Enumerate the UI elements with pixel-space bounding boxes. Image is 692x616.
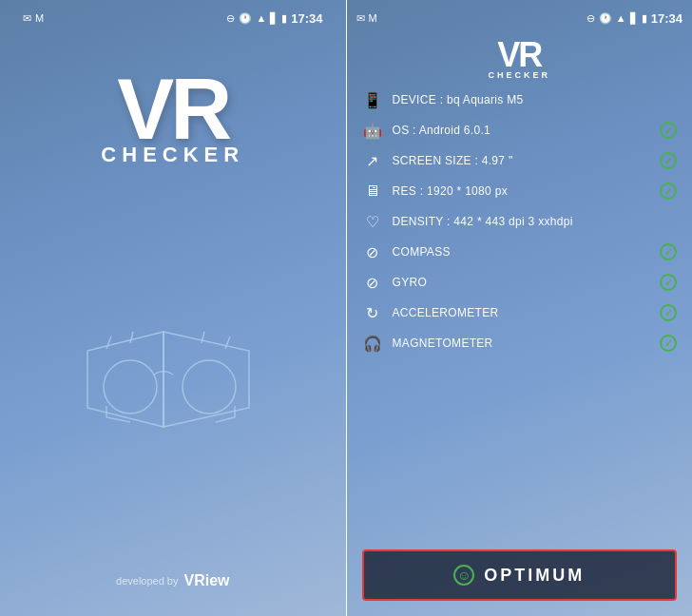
compass-text: COMPASS [393, 245, 650, 259]
clock-icon-left: 🕐 [239, 12, 252, 25]
msg-icon-right: ✉ [356, 12, 365, 25]
wifi-icon-left: ▲ [256, 12, 266, 24]
left-panel: ✉ M ⊖ 🕐 ▲ ▋ ▮ 17:34 VR CHECKER [0, 0, 346, 616]
vr-title-left: VR [117, 67, 228, 152]
status-time-right: 17:34 [651, 11, 682, 26]
developed-by-text: developed by [116, 575, 178, 587]
os-check-icon [660, 122, 677, 139]
os-icon: 🤖 [362, 120, 383, 141]
gmail-icon-right: M [369, 12, 377, 24]
vr-title-right: VR [497, 38, 541, 72]
svg-point-0 [104, 360, 157, 414]
spec-row-gyro: ⊘GYRO [362, 272, 677, 293]
spec-row-compass: ⊘COMPASS [362, 241, 677, 262]
optimum-label: OPTIMUM [484, 566, 585, 586]
gyro-check-icon [660, 274, 677, 291]
spec-row-res: 🖥RES : 1920 * 1080 px [362, 181, 677, 202]
vr-logo-right: VR CHECKER [347, 29, 692, 84]
status-icons-left: ✉ M [23, 12, 44, 25]
compass-icon: ⊘ [362, 241, 383, 262]
accelerometer-icon: ↻ [362, 302, 383, 323]
status-bar-right: ✉ M ⊖ 🕐 ▲ ▋ ▮ 17:34 [347, 0, 692, 29]
status-bar-left: ✉ M ⊖ 🕐 ▲ ▋ ▮ 17:34 [19, 0, 327, 29]
status-system-icons-left: ⊖ 🕐 ▲ ▋ ▮ 17:34 [226, 11, 322, 26]
specs-list: 📱DEVICE : bq Aquaris M5🤖OS : Android 6.0… [347, 84, 692, 538]
vriew-logo: VRiew [183, 572, 229, 589]
device-text: DEVICE : bq Aquaris M5 [393, 93, 677, 106]
os-text: OS : Android 6.0.1 [393, 124, 650, 137]
svg-line-3 [130, 332, 133, 343]
spec-row-device: 📱DEVICE : bq Aquaris M5 [362, 89, 677, 110]
wifi-icon-right: ▲ [616, 12, 626, 24]
checker-label-left: CHECKER [101, 143, 244, 167]
screen-text: SCREEN SIZE : 4.97 " [393, 154, 650, 167]
gyro-icon: ⊘ [362, 272, 383, 293]
svg-point-1 [183, 360, 236, 414]
screen-icon: ↗ [362, 150, 383, 171]
vr-logo-left: VR CHECKER [101, 67, 244, 167]
battery-icon-left: ▮ [281, 12, 287, 25]
spec-row-screen: ↗SCREEN SIZE : 4.97 " [362, 150, 677, 171]
density-text: DENSITY : 442 * 443 dpi 3 xxhdpi [393, 215, 677, 228]
right-panel: ✉ M ⊖ 🕐 ▲ ▋ ▮ 17:34 VR CHECKER 📱DEVICE :… [347, 0, 692, 616]
accelerometer-check-icon [660, 304, 677, 321]
res-check-icon [660, 183, 677, 200]
spec-row-os: 🤖OS : Android 6.0.1 [362, 120, 677, 141]
status-icons-right-left: ✉ M [356, 12, 377, 25]
msg-icon-left: ✉ [23, 12, 31, 25]
clock-icon-right: 🕐 [599, 12, 612, 25]
signal-icon-left: ▋ [270, 12, 278, 25]
status-system-icons-right: ⊖ 🕐 ▲ ▋ ▮ 17:34 [586, 11, 682, 26]
compass-check-icon [660, 243, 677, 260]
spec-row-density: ♡DENSITY : 442 * 443 dpi 3 xxhdpi [362, 211, 677, 232]
res-icon: 🖥 [362, 181, 383, 202]
density-icon: ♡ [362, 211, 383, 232]
screen-check-icon [660, 152, 677, 169]
res-text: RES : 1920 * 1080 px [393, 184, 650, 198]
accelerometer-text: ACCELEROMETER [393, 306, 650, 319]
developed-by: developed by VRiew [116, 572, 229, 589]
device-icon: 📱 [362, 89, 383, 110]
status-time-left: 17:34 [291, 11, 322, 26]
magnetometer-check-icon [660, 335, 677, 352]
cardboard-container [68, 186, 278, 572]
optimum-button-container: ☺ OPTIMUM [347, 538, 692, 616]
cardboard-svg [68, 303, 278, 455]
gyro-text: GYRO [393, 276, 650, 289]
magnetometer-icon: 🎧 [362, 333, 383, 354]
spec-row-magnetometer: 🎧MAGNETOMETER [362, 333, 677, 354]
optimum-smile-icon: ☺ [453, 565, 474, 586]
svg-line-2 [106, 337, 111, 349]
signal-icon-right: ▋ [630, 12, 638, 25]
battery-icon-right: ▮ [642, 12, 647, 25]
gmail-icon-left: M [35, 12, 44, 24]
optimum-button[interactable]: ☺ OPTIMUM [362, 549, 677, 601]
checker-label-right: CHECKER [489, 70, 551, 80]
magnetometer-text: MAGNETOMETER [393, 337, 650, 350]
spec-row-accelerometer: ↻ACCELEROMETER [362, 302, 677, 323]
minus-icon-right: ⊖ [586, 12, 595, 25]
minus-icon-left: ⊖ [226, 12, 235, 25]
